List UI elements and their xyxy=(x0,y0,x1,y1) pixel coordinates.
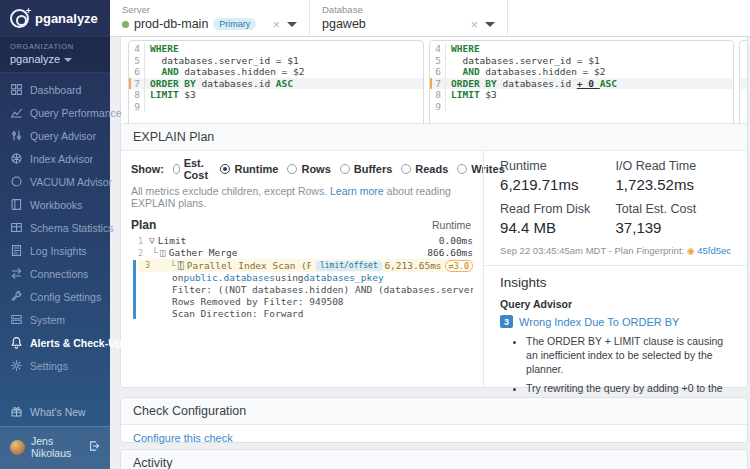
code-line: 6 AND databases.hidden = $2 xyxy=(129,66,423,78)
plan-node-detail: Filter: ((NOT databases.hidden) AND (dat… xyxy=(138,284,473,296)
configure-check-link[interactable]: Configure this check xyxy=(133,432,233,444)
index-advisor-icon xyxy=(10,152,23,165)
metric-radio-label: Est. Cost xyxy=(184,157,212,181)
line-number: 9 xyxy=(430,101,446,113)
database-label: Database xyxy=(322,4,495,15)
line-number: 7 xyxy=(129,78,145,90)
stat-label: I/O Read Time xyxy=(616,159,731,173)
sidebar-item-settings[interactable]: Settings xyxy=(0,354,110,377)
sidebar: + pganalyze ORGANIZATION pganalyze Dashb… xyxy=(0,0,110,469)
database-selector[interactable]: Database pgaweb × xyxy=(310,0,508,36)
logout-icon[interactable] xyxy=(88,440,100,454)
line-number: 5 xyxy=(430,55,446,67)
stat-runtime: Runtime6,219.71ms xyxy=(500,159,615,193)
stat-total-est-cost: Total Est. Cost37,139 xyxy=(616,202,731,236)
log-insights-icon xyxy=(10,244,23,257)
clear-database-icon[interactable]: × xyxy=(470,18,478,31)
sidebar-item-system[interactable]: System xyxy=(0,308,110,331)
stats-grid: Runtime6,219.71msI/O Read Time1,723.52ms… xyxy=(500,159,731,236)
database-dropdown-icon[interactable] xyxy=(485,22,495,27)
radio-icon xyxy=(457,164,467,174)
code-line: 8LIMIT $3 xyxy=(129,89,423,101)
limit-node-icon: ▽ xyxy=(149,235,155,247)
sidebar-item-label: VACUUM Advisor xyxy=(30,176,112,188)
avatar xyxy=(10,440,25,455)
clear-server-icon[interactable]: × xyxy=(272,18,280,31)
plan-node-row[interactable]: 2└◫Gather Merge866.60ms xyxy=(131,247,473,259)
server-dropdown-icon[interactable] xyxy=(287,22,297,27)
check-configuration-title: Check Configuration xyxy=(121,398,747,425)
learn-more-link[interactable]: Learn more xyxy=(330,185,384,197)
code-text xyxy=(446,101,451,113)
fingerprint-link[interactable]: 45fd5ec xyxy=(697,245,731,256)
code-text: ORDER BY databases.id ASC xyxy=(145,78,293,90)
system-icon xyxy=(10,313,23,326)
runtime-column-header: Runtime xyxy=(432,219,473,231)
sidebar-item-query-advisor[interactable]: Query Advisor xyxy=(0,124,110,147)
check-configuration-card: Check Configuration Configure this check xyxy=(120,397,748,443)
stat-label: Read From Disk xyxy=(500,202,615,216)
explain-note: All metrics exclude children, except Row… xyxy=(131,185,473,209)
sidebar-item-dashboard[interactable]: Dashboard xyxy=(0,78,110,101)
plan-node-label: Parallel Index Scan (Forward) on… xyxy=(187,259,311,272)
top-header: Server prod-db-main Primary × Database p… xyxy=(110,0,750,37)
plan-node-row[interactable]: 3└⍐Parallel Index Scan (Forward) on…limi… xyxy=(138,259,473,272)
metric-radio-label: Runtime xyxy=(234,163,278,175)
sidebar-item-whats-new[interactable]: What's New xyxy=(0,397,110,426)
radio-icon xyxy=(401,164,411,174)
sidebar-item-vacuum-advisor[interactable]: VACUUM Advisor xyxy=(0,170,110,193)
plan-node-value: 6,213.65ms xyxy=(384,259,441,272)
metric-radio-runtime[interactable]: Runtime xyxy=(220,163,278,175)
line-number: 6 xyxy=(129,66,145,78)
sidebar-item-schema-statistics[interactable]: Schema Statistics xyxy=(0,216,110,239)
plan-node-label: Gather Merge xyxy=(169,247,238,259)
code-line: 6 AND databases.hidden = $2 xyxy=(430,66,733,78)
workbooks-icon xyxy=(10,198,23,211)
sidebar-item-index-advisor[interactable]: Index Advisor xyxy=(0,147,110,170)
alerts-icon xyxy=(10,336,23,349)
sidebar-item-query-performance[interactable]: Query Performance xyxy=(0,101,110,124)
sidebar-item-config-settings[interactable]: Config Settings xyxy=(0,285,110,308)
sidebar-item-alerts-check-up[interactable]: Alerts & Check-Up xyxy=(0,331,110,354)
brand[interactable]: + pganalyze xyxy=(0,0,110,36)
insight-link[interactable]: Wrong Index Due To ORDER BY xyxy=(519,316,679,328)
radio-icon xyxy=(220,164,230,174)
organization-name[interactable]: pganalyze xyxy=(10,53,100,65)
metric-radio-est-cost[interactable]: Est. Cost xyxy=(173,157,211,181)
code-line: 9 xyxy=(430,101,733,113)
code-text: WHERE xyxy=(446,43,480,55)
main-area: Server prod-db-main Primary × Database p… xyxy=(110,0,750,469)
radio-icon xyxy=(340,164,350,174)
stat-value: 37,139 xyxy=(616,219,731,236)
settings-icon xyxy=(10,359,23,372)
insights-group-label: Query Advisor xyxy=(500,298,731,310)
stat-value: 94.4 MB xyxy=(500,219,615,236)
server-selector[interactable]: Server prod-db-main Primary × xyxy=(110,0,310,36)
stat-label: Runtime xyxy=(500,159,615,173)
insights-title: Insights xyxy=(500,275,731,290)
sidebar-item-log-insights[interactable]: Log Insights xyxy=(0,239,110,262)
line-number: 7 xyxy=(430,78,446,90)
code-text: databases.server_id = $1 xyxy=(145,55,299,67)
stat-read-from-disk: Read From Disk94.4 MB xyxy=(500,202,615,236)
user-menu[interactable]: Jens Nikolaus xyxy=(0,426,110,469)
activity-title: Activity xyxy=(121,450,747,469)
organization-switcher[interactable]: ORGANIZATION pganalyze xyxy=(0,36,110,73)
explain-plan-title: EXPLAIN Plan xyxy=(121,124,747,151)
metric-radio-buffers[interactable]: Buffers xyxy=(340,163,393,175)
metric-radio-group: Show: Est. CostRuntimeRowsBuffersReadsWr… xyxy=(131,157,473,181)
tree-connector-icon: └ xyxy=(154,259,176,272)
plan-node-row[interactable]: 1▽Limit0.00ms xyxy=(131,235,473,247)
sidebar-item-label: Query Performance xyxy=(30,107,122,119)
metric-radio-reads[interactable]: Reads xyxy=(401,163,448,175)
sidebar-item-workbooks[interactable]: Workbooks xyxy=(0,193,110,216)
metric-radio-label: Buffers xyxy=(354,163,393,175)
sidebar-item-label: Workbooks xyxy=(30,199,82,211)
line-number: 6 xyxy=(430,66,446,78)
metric-radio-rows[interactable]: Rows xyxy=(287,163,330,175)
sidebar-item-connections[interactable]: Connections xyxy=(0,262,110,285)
chevron-down-icon xyxy=(64,58,72,62)
explain-plan-tree-panel: Show: Est. CostRuntimeRowsBuffersReadsWr… xyxy=(121,151,483,387)
code-line: 8LIMIT $3 xyxy=(430,89,733,101)
fingerprint-icon: ◉ xyxy=(687,246,697,256)
